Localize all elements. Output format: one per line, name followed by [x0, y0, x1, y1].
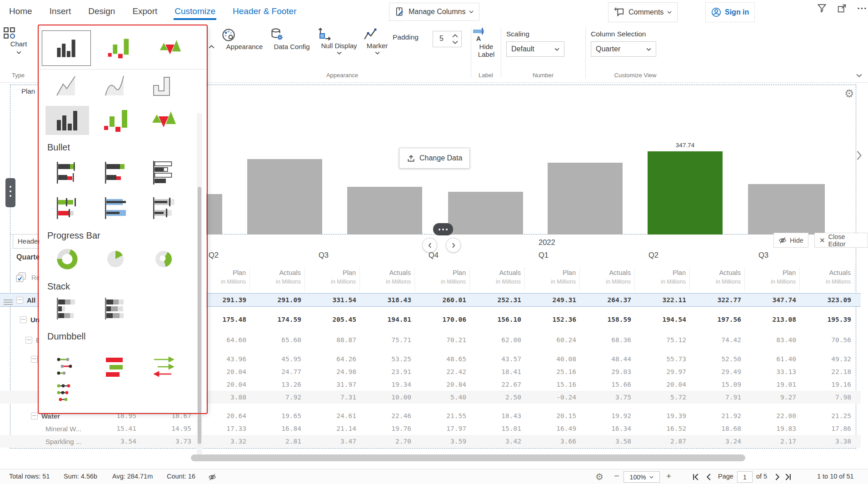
value-cell[interactable]: 19.76	[360, 425, 415, 432]
plan-column-header[interactable]: Planin Millions	[635, 267, 690, 291]
menu-export[interactable]: Export	[132, 6, 157, 16]
value-cell[interactable]: 16.52	[635, 425, 690, 432]
quarter-header[interactable]: Q2	[635, 251, 745, 266]
value-cell[interactable]: 22.18	[800, 368, 855, 375]
chart-type-progress-pie[interactable]	[103, 246, 128, 272]
value-cell[interactable]: 65.60	[250, 336, 305, 344]
value-cell[interactable]: 88.87	[305, 336, 360, 344]
page-number-input[interactable]: 1	[737, 471, 753, 483]
value-cell[interactable]: 21.25	[800, 412, 855, 419]
bar[interactable]	[548, 163, 623, 235]
collapse-row-icon[interactable]	[31, 356, 38, 363]
value-cell[interactable]: 3.47	[305, 438, 360, 445]
value-cell[interactable]: 53.25	[360, 355, 415, 363]
value-cell[interactable]: 29.97	[635, 368, 690, 375]
sign-in-button[interactable]: Sign in	[705, 2, 755, 22]
value-cell[interactable]: 20.04	[635, 381, 690, 388]
value-cell[interactable]: 49.32	[800, 355, 855, 363]
quarter-header[interactable]: Q3	[745, 251, 855, 266]
quarter-header[interactable]: Q2	[195, 251, 305, 266]
value-cell[interactable]: 75.12	[635, 336, 690, 344]
value-cell[interactable]: 20.64	[195, 412, 250, 419]
hide-label-button[interactable]: A Hide Label	[472, 27, 501, 58]
value-cell[interactable]: 18.95	[85, 412, 140, 419]
menu-customize[interactable]: Customize	[175, 6, 215, 16]
value-cell[interactable]: 24.77	[250, 368, 305, 375]
value-cell[interactable]: 45.95	[250, 355, 305, 363]
chart-type-progress-donut-2[interactable]	[151, 246, 176, 272]
value-cell[interactable]: 170.06	[415, 316, 470, 323]
marker-button[interactable]: Marker	[363, 27, 392, 55]
value-cell[interactable]: 249.31	[525, 296, 580, 304]
zoom-in-button[interactable]: +	[666, 471, 671, 481]
zoom-out-button[interactable]: −	[614, 471, 619, 481]
value-cell[interactable]: 75.71	[360, 336, 415, 344]
value-cell[interactable]: 264.37	[580, 296, 635, 304]
value-cell[interactable]: 3.59	[415, 438, 470, 445]
value-cell[interactable]: 15.66	[580, 381, 635, 388]
data-config-button[interactable]: Data Config	[269, 27, 314, 50]
value-cell[interactable]: 323.09	[800, 296, 855, 304]
collapse-row-icon[interactable]	[20, 316, 27, 323]
hide-button[interactable]: Hide	[773, 233, 808, 248]
value-cell[interactable]: 18.41	[470, 368, 525, 375]
filter-icon[interactable]	[817, 4, 827, 13]
horizontal-scrollbar[interactable]	[191, 454, 745, 461]
comments-button[interactable]: Comments	[608, 2, 678, 22]
collapse-row-icon[interactable]	[16, 297, 23, 304]
value-cell[interactable]: 48.65	[415, 355, 470, 363]
gallery-up-arrow-icon[interactable]	[209, 45, 215, 49]
value-cell[interactable]: 3.66	[525, 438, 580, 445]
value-cell[interactable]: 3.24	[690, 438, 745, 445]
chart-type-bullet-1[interactable]	[55, 160, 80, 185]
value-cell[interactable]: 18.67	[140, 412, 195, 419]
value-cell[interactable]: 205.45	[305, 316, 360, 323]
actuals-column-header[interactable]: Actualsin Millions	[580, 267, 635, 291]
value-cell[interactable]: 24.61	[305, 412, 360, 419]
actuals-column-header[interactable]: Actualsin Millions	[360, 267, 415, 291]
value-cell[interactable]: 29.03	[580, 368, 635, 375]
menu-insert[interactable]: Insert	[50, 6, 71, 16]
column-selection-select[interactable]: Quarter	[591, 41, 656, 57]
bar[interactable]	[448, 192, 523, 235]
value-cell[interactable]: 158.59	[580, 316, 635, 323]
chart-type-stack-2[interactable]	[103, 296, 128, 321]
value-cell[interactable]: 19.16	[800, 381, 855, 388]
value-cell[interactable]: 194.54	[635, 316, 690, 323]
zoom-level-box[interactable]: 100%	[624, 471, 660, 483]
quarter-header[interactable]: Q3	[305, 251, 415, 266]
chart-type-bullet-4[interactable]	[55, 195, 80, 221]
value-cell[interactable]: 3.75	[580, 394, 635, 401]
chart-type-waterfall-option[interactable]	[94, 106, 137, 135]
value-cell[interactable]: 7.31	[305, 394, 360, 401]
chart-type-dumbbell-bars[interactable]	[103, 354, 128, 380]
bar[interactable]	[247, 159, 322, 235]
value-cell[interactable]: 62.00	[470, 336, 525, 344]
status-gear-icon[interactable]: ⚙	[595, 471, 604, 482]
value-cell[interactable]: 7.98	[800, 394, 855, 401]
value-cell[interactable]: 43.57	[470, 355, 525, 363]
chart-type-waterfall[interactable]	[94, 30, 143, 66]
menu-design[interactable]: Design	[88, 6, 115, 16]
chart-settings-gear-icon[interactable]: ⚙	[844, 87, 854, 100]
value-cell[interactable]: 61.40	[745, 355, 800, 363]
ribbon-collapse-icon[interactable]	[856, 74, 862, 77]
value-cell[interactable]: 318.43	[360, 296, 415, 304]
value-cell[interactable]: 9.27	[745, 394, 800, 401]
value-cell[interactable]: 23.91	[360, 368, 415, 375]
value-cell[interactable]: 252.31	[470, 296, 525, 304]
value-cell[interactable]: 48.44	[580, 355, 635, 363]
checkbox-checked-icon[interactable]	[15, 272, 27, 283]
menu-home[interactable]: Home	[9, 6, 32, 16]
change-data-button[interactable]: Change Data	[399, 148, 470, 169]
value-cell[interactable]: 31.97	[305, 381, 360, 388]
value-cell[interactable]: 83.40	[745, 336, 800, 344]
value-cell[interactable]: 14.95	[140, 425, 195, 432]
value-cell[interactable]: 347.74	[745, 296, 800, 304]
value-cell[interactable]: 40.08	[525, 355, 580, 363]
value-cell[interactable]: 19.83	[745, 425, 800, 432]
value-cell[interactable]: 15.41	[85, 425, 140, 432]
manage-columns-button[interactable]: Manage Columns	[389, 3, 479, 21]
value-cell[interactable]: 13.26	[250, 381, 305, 388]
chart-type-button[interactable]: Chart	[3, 26, 35, 54]
